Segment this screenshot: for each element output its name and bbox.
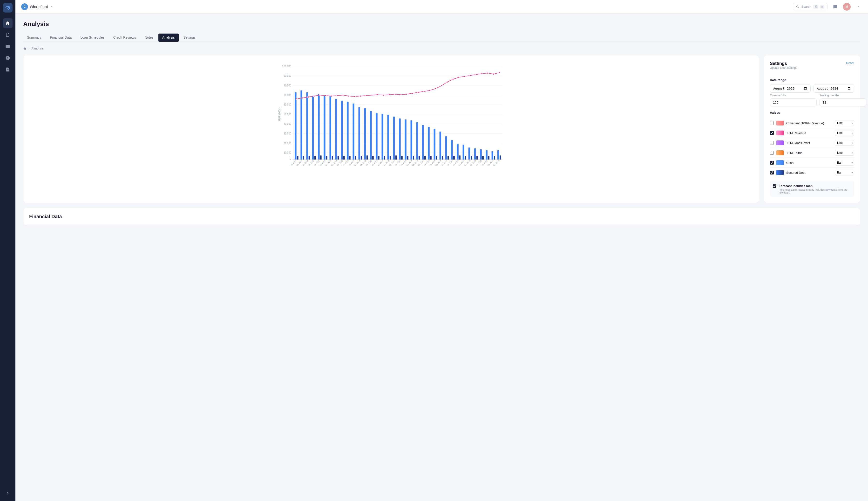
color-swatch-ttm-ebitda — [776, 150, 784, 155]
notifications-button[interactable] — [831, 3, 839, 11]
axis-type-select-secured-debt[interactable]: LineBar — [835, 170, 854, 175]
svg-rect-104 — [451, 140, 453, 160]
svg-rect-107 — [457, 144, 459, 160]
axis-type-select-ttm-revenue[interactable]: LineBar — [835, 130, 854, 136]
svg-point-151 — [412, 93, 413, 94]
svg-point-147 — [389, 94, 390, 95]
svg-rect-117 — [476, 156, 478, 160]
svg-rect-108 — [459, 156, 461, 160]
axis-name-ttm-ebitda: TTM Ebitda — [786, 151, 833, 155]
svg-rect-24 — [297, 156, 298, 160]
date-end-input[interactable] — [813, 84, 854, 93]
axis-type-wrapper-covenant: LineBar — [835, 120, 854, 126]
main-area: C Whale Fund Search ⌘ K M Analysis Summa… — [15, 0, 868, 501]
svg-point-135 — [319, 94, 321, 96]
svg-text:EUR (000s): EUR (000s) — [278, 108, 281, 121]
financial-data-section: Financial Data — [23, 208, 860, 225]
tab-analysis[interactable]: Analysis — [158, 33, 179, 42]
date-range-label: Date range — [770, 78, 854, 82]
svg-point-157 — [447, 81, 448, 83]
axis-checkbox-cash[interactable] — [770, 161, 774, 164]
svg-text:12-2023: 12-2023 — [383, 160, 389, 167]
axis-type-select-ttm-gross-profit[interactable]: LineBar — [835, 140, 854, 146]
sidebar-item-folder[interactable] — [3, 42, 12, 51]
sidebar-item-collapse[interactable] — [3, 489, 12, 498]
axis-checkbox-ttm-revenue[interactable] — [770, 131, 774, 135]
axis-row-ttm-revenue: TTM RevenueLineBar — [770, 128, 854, 138]
axis-type-select-ttm-ebitda[interactable]: LineBar — [835, 150, 854, 156]
covenant-pct-input[interactable] — [770, 98, 817, 106]
svg-rect-30 — [309, 156, 310, 160]
app-logo[interactable] — [3, 3, 12, 12]
axis-checkbox-covenant[interactable] — [770, 121, 774, 125]
svg-rect-60 — [366, 156, 368, 160]
svg-point-132 — [302, 97, 303, 99]
svg-rect-122 — [486, 150, 487, 160]
tab-summary[interactable]: Summary — [23, 33, 45, 42]
svg-rect-51 — [349, 156, 351, 160]
sidebar-item-document[interactable] — [3, 30, 12, 40]
sidebar-item-home[interactable] — [3, 18, 12, 28]
svg-rect-29 — [306, 92, 308, 160]
covenant-pct-label: Covenant % — [770, 94, 817, 97]
axis-checkbox-secured-debt[interactable] — [770, 171, 774, 174]
svg-rect-123 — [488, 156, 490, 160]
tab-loan-schedules[interactable]: Loan Schedules — [76, 33, 108, 42]
fund-avatar: C — [21, 3, 28, 10]
main-chart-svg: 100,000 90,000 80,000 70,000 60,000 50,0… — [29, 61, 753, 167]
home-breadcrumb-icon[interactable] — [23, 47, 26, 50]
sidebar — [0, 0, 15, 501]
forecast-checkbox[interactable] — [773, 184, 776, 188]
search-box[interactable]: Search ⌘ K — [793, 3, 827, 10]
axises-label: Axises — [770, 111, 854, 114]
svg-rect-113 — [469, 148, 470, 160]
tab-financial-data[interactable]: Financial Data — [46, 33, 76, 42]
tab-notes[interactable]: Notes — [141, 33, 157, 42]
user-menu-toggle[interactable] — [855, 3, 862, 11]
tab-settings[interactable]: Settings — [180, 33, 200, 42]
svg-text:40,000: 40,000 — [284, 122, 291, 125]
svg-rect-42 — [332, 156, 333, 160]
trailing-months-label: Trailing months — [820, 94, 866, 97]
svg-point-165 — [493, 73, 494, 75]
axis-checkbox-ttm-ebitda[interactable] — [770, 151, 774, 155]
svg-text:12-2024: 12-2024 — [452, 160, 459, 167]
svg-rect-126 — [494, 156, 495, 160]
topbar: C Whale Fund Search ⌘ K M — [15, 0, 868, 13]
color-swatch-secured-debt — [776, 170, 784, 175]
date-start-input[interactable] — [770, 84, 811, 93]
svg-rect-41 — [329, 96, 331, 160]
fund-selector[interactable]: C Whale Fund — [21, 3, 53, 10]
svg-rect-75 — [395, 156, 397, 160]
sidebar-item-finance[interactable] — [3, 53, 12, 63]
sidebar-item-export[interactable] — [3, 65, 12, 74]
axis-checkbox-ttm-gross-profit[interactable] — [770, 141, 774, 145]
svg-text:09-2022: 09-2022 — [296, 160, 303, 167]
svg-text:12-2022: 12-2022 — [313, 160, 320, 167]
svg-rect-129 — [499, 156, 501, 160]
svg-rect-69 — [384, 156, 385, 160]
reset-button[interactable]: Reset — [846, 61, 854, 65]
svg-text:10-2022: 10-2022 — [301, 160, 309, 167]
trailing-months-input[interactable] — [820, 98, 866, 106]
svg-point-143 — [365, 95, 367, 96]
svg-rect-119 — [480, 149, 482, 160]
svg-point-163 — [481, 73, 483, 74]
svg-rect-65 — [376, 113, 377, 160]
svg-text:01-2025: 01-2025 — [458, 160, 465, 167]
svg-rect-33 — [315, 156, 316, 160]
user-avatar[interactable]: M — [843, 3, 850, 11]
axis-row-covenant: Covenant (100% Revenue)LineBar — [770, 118, 854, 128]
svg-text:05-2023: 05-2023 — [342, 160, 349, 167]
axis-type-select-covenant[interactable]: LineBar — [835, 120, 854, 126]
axis-type-select-cash[interactable]: LineBar — [835, 160, 854, 166]
axis-name-ttm-gross-profit: TTM Gross Profit — [786, 141, 833, 145]
svg-rect-96 — [436, 156, 437, 160]
tab-credit-reviews[interactable]: Credit Reviews — [109, 33, 140, 42]
svg-text:80,000: 80,000 — [284, 84, 291, 87]
svg-text:02-2024: 02-2024 — [394, 160, 401, 167]
axis-name-secured-debt: Secured Debt — [786, 171, 833, 174]
tab-bar: SummaryFinancial DataLoan SchedulesCredi… — [23, 33, 860, 42]
svg-text:04-2024: 04-2024 — [406, 160, 413, 167]
financial-data-title: Financial Data — [29, 214, 854, 220]
